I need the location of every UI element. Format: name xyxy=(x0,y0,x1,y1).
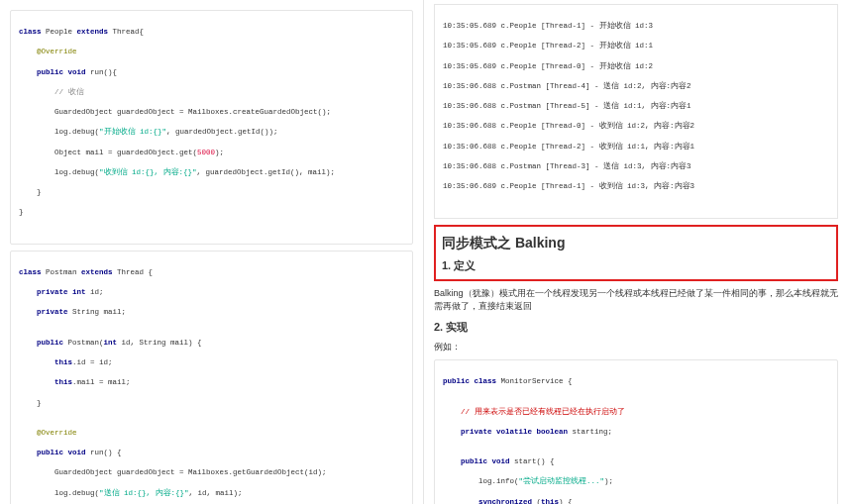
balking-heading-box: 同步模式之 Balking 1. 定义 xyxy=(434,225,838,281)
code-monitor-service: public class MonitorService { // 用来表示是否已… xyxy=(434,359,838,504)
h2-balking: 同步模式之 Balking xyxy=(442,235,830,252)
h3-impl: 2. 实现 xyxy=(434,320,838,335)
definition-text: Balking（犹豫）模式用在一个线程发现另一个线程或本线程已经做了某一件相同的… xyxy=(434,287,838,314)
code-postman: class Postman extends Thread { private i… xyxy=(10,251,413,504)
log-output: 10:35:05.689 c.People [Thread-1] - 开始收信 … xyxy=(434,4,838,219)
left-column: class People extends Thread{ @Override p… xyxy=(0,0,424,504)
code-people: class People extends Thread{ @Override p… xyxy=(10,10,413,245)
h3-definition: 1. 定义 xyxy=(442,258,830,273)
right-column: 10:35:05.689 c.People [Thread-1] - 开始收信 … xyxy=(424,0,848,504)
example-text: 例如： xyxy=(434,341,838,354)
